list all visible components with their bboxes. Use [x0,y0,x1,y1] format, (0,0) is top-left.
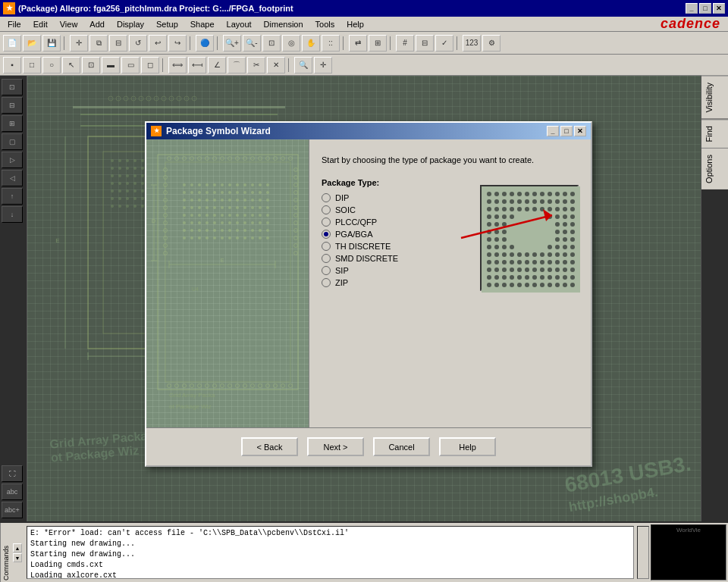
dialog-close[interactable]: ✕ [574,126,586,136]
scroll-up-btn[interactable]: ▲ [13,543,22,552]
side-btn-10[interactable]: abc [2,483,23,500]
tb-move[interactable]: ✛ [70,35,88,52]
radio-btn-pga-bga[interactable] [322,230,331,239]
tb-zoom-in[interactable]: 🔍+ [223,35,241,52]
menu-setup[interactable]: Setup [150,18,184,30]
maximize-button[interactable]: □ [699,3,711,14]
menu-display[interactable]: Display [111,18,150,30]
canvas-area[interactable]: D E [27,76,701,521]
side-btn-1[interactable]: ⊡ [2,79,23,95]
tb2-round[interactable]: ▭ [121,57,140,74]
tb2-shape[interactable]: ▬ [102,57,120,74]
tb-open[interactable]: 📂 [23,35,41,52]
radio-btn-th-discrete[interactable] [322,242,331,251]
menu-file[interactable]: File [2,18,27,30]
tb2-v-dim[interactable]: ⟻ [188,57,206,74]
side-btn-8[interactable]: ↓ [2,206,23,223]
tb-prop[interactable]: ⊞ [369,35,387,52]
tb-mirror[interactable]: ⊟ [109,35,127,52]
menu-dimension[interactable]: Dimension [258,18,309,30]
tb2-highlight[interactable]: ▪ [3,57,21,74]
tb-zoom-out[interactable]: 🔍- [243,35,261,52]
find-tab[interactable]: Find [701,119,728,148]
tb-drc[interactable]: ✓ [435,35,453,52]
menu-view[interactable]: View [54,18,84,30]
tb2-angle[interactable]: ∠ [208,57,226,74]
radio-btn-sip[interactable] [322,266,331,275]
back-button[interactable]: < Back [241,437,298,456]
help-button[interactable]: Help [439,437,496,456]
tb2-circle[interactable]: ○ [42,57,61,74]
tb-grid2[interactable]: # [396,35,414,52]
tb-grid[interactable]: :: [322,35,340,52]
tb-zoom-fit[interactable]: ⊡ [262,35,281,52]
tb2-del[interactable]: ✕ [267,57,285,74]
tb2-mag[interactable]: 🔍 [294,57,312,74]
radio-btn-zip[interactable] [322,278,331,287]
svg-point-224 [213,236,216,239]
svg-point-157 [251,191,254,194]
side-btn-5[interactable]: ▷ [2,152,23,168]
scroll-down-btn[interactable]: ▼ [13,553,22,562]
dialog-titlebar[interactable]: ★ Package Symbol Wizard _ □ ✕ [146,123,591,139]
radio-btn-soic[interactable] [322,205,331,214]
side-btn-6[interactable]: ◁ [2,170,23,186]
tb2-h-dim[interactable]: ⟺ [168,57,187,74]
dialog-minimize[interactable]: _ [547,126,559,136]
side-btn-4[interactable]: ▢ [2,133,23,150]
minimize-button[interactable]: _ [686,3,698,14]
menu-layout[interactable]: Layout [221,18,258,30]
tb-add-pin[interactable]: 🔵 [196,35,214,52]
visibility-tab[interactable]: Visibility [701,76,728,119]
tb-set[interactable]: ⚙ [482,35,500,52]
tb2-cut[interactable]: ✂ [247,57,265,74]
menu-add[interactable]: Add [83,18,111,30]
cancel-button[interactable]: Cancel [373,437,430,456]
tb2-cross[interactable]: ✛ [314,57,332,74]
menu-help[interactable]: Help [340,18,370,30]
tb2-path[interactable]: ◻ [141,57,159,74]
svg-point-253 [555,192,560,196]
svg-point-160 [183,199,186,202]
tb-grid3[interactable]: ⊟ [416,35,434,52]
tb-spin[interactable]: ↺ [129,35,147,52]
menu-edit[interactable]: Edit [27,18,54,30]
next-button[interactable]: Next > [307,437,364,456]
radio-btn-smd-discrete[interactable] [322,254,331,263]
side-btn-3[interactable]: ⊞ [2,115,23,132]
svg-point-189 [221,214,224,217]
console-panel[interactable]: E: *Error* load: can't access file - 'C:… [27,526,634,579]
tb-save[interactable]: 💾 [42,35,61,52]
svg-text:E: E [221,258,224,263]
svg-point-175 [206,206,209,209]
tb2-radius[interactable]: ⌒ [228,57,246,74]
tb-redo[interactable]: ↪ [168,35,187,52]
tb-num[interactable]: 123 [463,35,481,52]
tb-pan[interactable]: ✋ [302,35,320,52]
side-btn-2[interactable]: ⊟ [2,97,23,114]
tb-flip[interactable]: ⇄ [349,35,367,52]
tb2-rect[interactable]: □ [23,57,41,74]
dialog-buttons: < Back Next > Cancel Help [146,427,591,465]
svg-point-219 [266,229,269,232]
radio-btn-dip[interactable] [322,193,331,202]
dialog-maximize[interactable]: □ [560,126,573,136]
menu-shape[interactable]: Shape [184,18,221,30]
tb-zoom-sel[interactable]: ◎ [282,35,300,52]
side-btn-9[interactable]: ⛶ [2,465,23,482]
console-line-5: Loading axlcore.cxt [30,571,630,579]
tb-copy[interactable]: ⧉ [89,35,108,52]
side-btn-11[interactable]: abc+ [2,502,23,518]
tb-undo[interactable]: ↩ [149,35,167,52]
menu-tools[interactable]: Tools [309,18,341,30]
side-btn-7[interactable]: ↑ [2,188,23,205]
svg-point-270 [502,207,507,211]
tb2-select[interactable]: ↖ [62,57,80,74]
console-scrollbar[interactable] [637,526,649,579]
options-tab[interactable]: Options [701,148,728,189]
radio-btn-plcc-qfp[interactable] [322,217,331,227]
tb-new[interactable]: 📄 [3,35,21,52]
svg-point-364 [502,283,507,287]
tb2-desel[interactable]: ⊡ [82,57,100,74]
close-button[interactable]: ✕ [713,3,725,14]
